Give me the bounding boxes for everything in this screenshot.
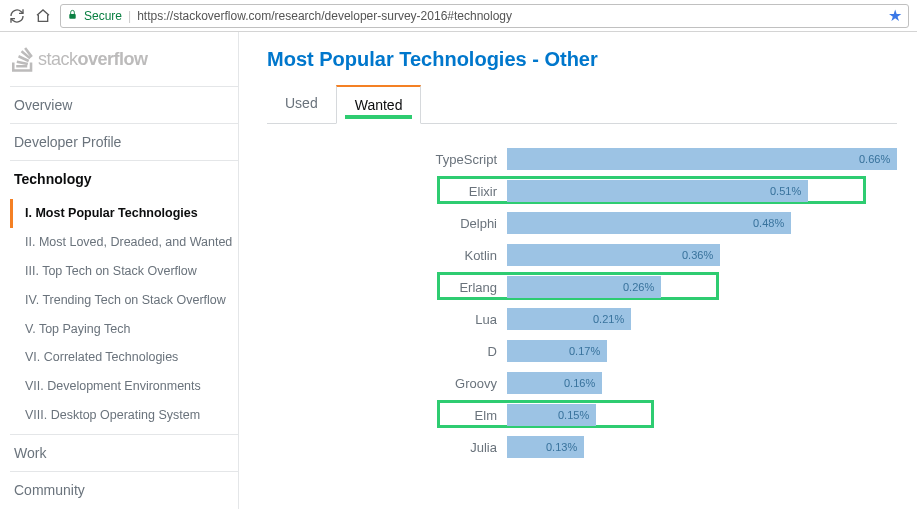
sidebar-item-developer-profile[interactable]: Developer Profile <box>10 123 238 160</box>
chart-category-label: Erlang <box>267 280 507 295</box>
chart-row: Kotlin0.36% <box>267 244 897 266</box>
chart-bar-value: 0.13% <box>540 436 577 458</box>
sidebar-item-overview[interactable]: Overview <box>10 86 238 123</box>
chart-row: Lua0.21% <box>267 308 897 330</box>
sidebar: stackoverflow OverviewDeveloper ProfileT… <box>0 32 239 509</box>
address-bar[interactable]: Secure | https://stackoverflow.com/resea… <box>60 4 909 28</box>
chart-row: TypeScript0.66% <box>267 148 897 170</box>
url-text: https://stackoverflow.com/research/devel… <box>137 9 512 23</box>
logo-text-bold: overflow <box>78 49 148 69</box>
chart-row: Delphi0.48% <box>267 212 897 234</box>
chart-category-label: TypeScript <box>267 152 507 167</box>
sidebar-subitem[interactable]: VII. Development Environments <box>10 372 238 401</box>
chart-bar-value: 0.66% <box>853 148 890 170</box>
chart-bar-value: 0.36% <box>676 244 713 266</box>
chart-row: Elixir0.51% <box>267 180 897 202</box>
chart-bar-value: 0.17% <box>563 340 600 362</box>
chart-category-label: D <box>267 344 507 359</box>
chart-bar-value: 0.51% <box>764 180 801 202</box>
chart-bar <box>507 148 897 170</box>
sidebar-subitem[interactable]: IV. Trending Tech on Stack Overflow <box>10 286 238 315</box>
tab-used[interactable]: Used <box>267 85 336 123</box>
chart-bar-value: 0.16% <box>558 372 595 394</box>
chart-bar-value: 0.21% <box>587 308 624 330</box>
secure-label: Secure <box>84 9 122 23</box>
sidebar-subitem[interactable]: III. Top Tech on Stack Overflow <box>10 257 238 286</box>
bar-chart: TypeScript0.66%Elixir0.51%Delphi0.48%Kot… <box>267 148 897 458</box>
sidebar-subitem[interactable]: V. Top Paying Tech <box>10 315 238 344</box>
logo-text-normal: stack <box>38 49 78 69</box>
tab-wanted[interactable]: Wanted <box>336 85 422 124</box>
home-icon[interactable] <box>34 7 52 25</box>
chart-category-label: Groovy <box>267 376 507 391</box>
chart-row: D0.17% <box>267 340 897 362</box>
chart-bar <box>507 180 808 202</box>
sidebar-subitem[interactable]: VI. Correlated Technologies <box>10 343 238 372</box>
reload-icon[interactable] <box>8 7 26 25</box>
sidebar-item-work[interactable]: Work <box>10 434 238 471</box>
chart-category-label: Julia <box>267 440 507 455</box>
page-title: Most Popular Technologies - Other <box>267 48 897 71</box>
sidebar-item-technology[interactable]: Technology <box>10 160 238 197</box>
chart-category-label: Kotlin <box>267 248 507 263</box>
sidebar-subitem[interactable]: VIII. Desktop Operating System <box>10 401 238 430</box>
lock-icon <box>67 9 78 23</box>
chart-row: Elm0.15% <box>267 404 897 426</box>
stackoverflow-logo[interactable]: stackoverflow <box>10 46 238 72</box>
chart-category-label: Lua <box>267 312 507 327</box>
chart-category-label: Elixir <box>267 184 507 199</box>
chart-category-label: Delphi <box>267 216 507 231</box>
bookmark-star-icon[interactable]: ★ <box>888 6 902 25</box>
chart-bar-value: 0.48% <box>747 212 784 234</box>
tabs: UsedWanted <box>267 85 897 124</box>
chart-bar-value: 0.15% <box>552 404 589 426</box>
sidebar-subitem[interactable]: I. Most Popular Technologies <box>10 199 238 228</box>
main-content: Most Popular Technologies - Other UsedWa… <box>239 32 917 509</box>
sidebar-item-community[interactable]: Community <box>10 471 238 508</box>
chart-row: Groovy0.16% <box>267 372 897 394</box>
browser-chrome: Secure | https://stackoverflow.com/resea… <box>0 0 917 32</box>
svg-rect-0 <box>69 14 75 19</box>
stackoverflow-icon <box>12 46 34 72</box>
sidebar-subitem[interactable]: II. Most Loved, Dreaded, and Wanted <box>10 228 238 257</box>
chart-row: Julia0.13% <box>267 436 897 458</box>
chart-bar-value: 0.26% <box>617 276 654 298</box>
chart-row: Erlang0.26% <box>267 276 897 298</box>
chart-category-label: Elm <box>267 408 507 423</box>
